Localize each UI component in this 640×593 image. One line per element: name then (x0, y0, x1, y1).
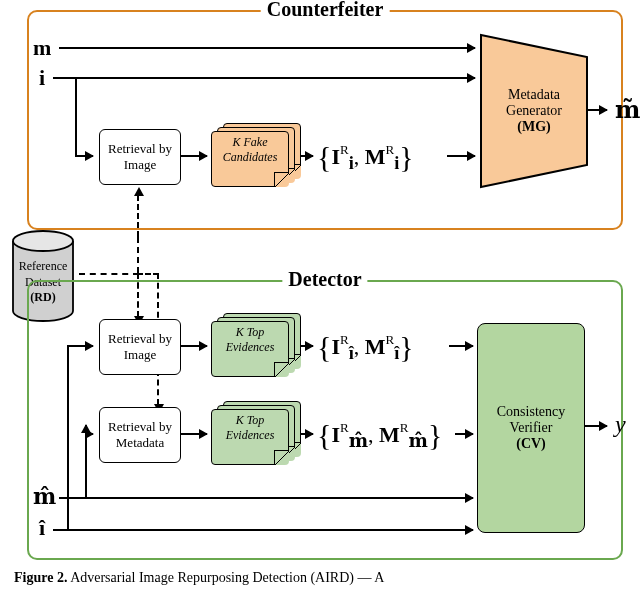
arrow-cv-out (585, 425, 607, 427)
retrieval-by-metadata: Retrieval by Metadata (99, 407, 181, 463)
arrow-candidates-to-set (301, 155, 313, 157)
detector-title: Detector (282, 268, 367, 291)
counterfeiter-input-i: i (39, 65, 45, 91)
fake-candidates-stack: K Fake Candidates (211, 123, 299, 191)
retrieval-by-image-det: Retrieval by Image (99, 319, 181, 375)
arrow-i-to-mg (53, 77, 475, 79)
counterfeiter-title: Counterfeiter (261, 0, 390, 21)
arrow-i-to-retrieval (75, 155, 93, 157)
output-y: y (615, 411, 626, 438)
svg-point-1 (13, 231, 73, 251)
line-i-hat-branch (67, 345, 69, 529)
output-m-tilde: m̃ (615, 95, 640, 124)
arrow-m-to-mg (59, 47, 475, 49)
retrieval-by-image-det-label: Retrieval by Image (106, 331, 174, 363)
arrow-m-hat-to-cv (59, 497, 473, 499)
line-i-branch-down (75, 77, 77, 157)
set-notation-det-img: {IRî, MRî} (317, 327, 414, 364)
detector-input-m-hat: m̂ (33, 483, 56, 510)
fake-candidates-label: K Fake Candidates (215, 135, 285, 165)
arrow-det-meta-to-ev (181, 433, 207, 435)
arrow-det-img-to-ev (181, 345, 207, 347)
cv-label: Consistency Verifier (CV) (489, 404, 573, 452)
arrow-ev-meta-to-set (301, 433, 313, 435)
detector-input-i-hat: î (39, 515, 45, 541)
top-evidences-img: K Top Evidences (211, 313, 299, 381)
arrow-set-to-mg (447, 155, 475, 157)
arrow-ev-img-to-set (301, 345, 313, 347)
retrieval-by-image-cf-label: Retrieval by Image (106, 141, 174, 173)
metadata-generator: Metadata Generator (MG) (479, 33, 589, 189)
dashed-rd-to-cf-retrieval (137, 195, 139, 237)
counterfeiter-input-m: m (33, 35, 51, 61)
retrieval-by-metadata-label: Retrieval by Metadata (106, 419, 174, 451)
arrow-i-hat-to-cv (53, 529, 473, 531)
arrow-mg-out (587, 109, 607, 111)
set-notation-det-meta: {IRm̂, MRm̂} (317, 415, 442, 452)
set-notation-cf: {IRi, MRi} (317, 137, 414, 174)
top-evidences-meta-label: K Top Evidences (215, 413, 285, 443)
dashed-rd-h1 (79, 273, 139, 275)
figure-caption: Figure 2. Adversarial Image Repurposing … (14, 570, 384, 586)
arrow-retrieval-to-candidates (181, 155, 207, 157)
consistency-verifier: Consistency Verifier (CV) (477, 323, 585, 533)
retrieval-by-image-cf: Retrieval by Image (99, 129, 181, 185)
dashed-rd-v-up (137, 237, 139, 273)
arrow-i-hat-to-retrieval-img (67, 345, 93, 347)
dashed-rd-h-branch (137, 273, 159, 275)
top-evidences-img-label: K Top Evidences (215, 325, 285, 355)
mg-label: Metadata Generator (MG) (498, 87, 570, 135)
top-evidences-meta: K Top Evidences (211, 401, 299, 469)
arrow-set-img-to-cv (449, 345, 473, 347)
arrow-set-meta-to-cv (455, 433, 473, 435)
